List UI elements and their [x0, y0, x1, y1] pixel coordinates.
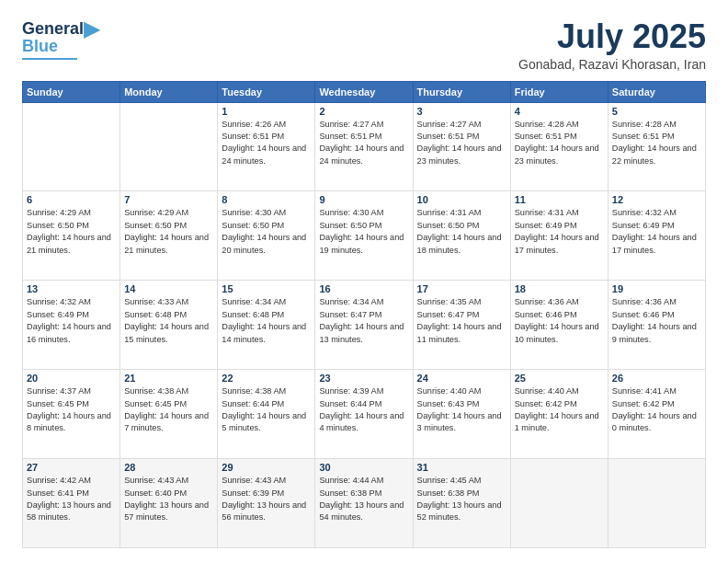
table-row: 3Sunrise: 4:27 AMSunset: 6:51 PMDaylight… [413, 102, 510, 191]
day-info: Sunrise: 4:31 AMSunset: 6:49 PMDaylight:… [515, 208, 599, 254]
col-thursday: Thursday [413, 81, 510, 102]
table-row: 11Sunrise: 4:31 AMSunset: 6:49 PMDayligh… [510, 191, 608, 281]
table-row: 9Sunrise: 4:30 AMSunset: 6:50 PMDaylight… [315, 191, 413, 281]
col-saturday: Saturday [608, 81, 705, 102]
day-info: Sunrise: 4:32 AMSunset: 6:49 PMDaylight:… [27, 297, 111, 343]
day-number: 23 [319, 373, 408, 384]
day-number: 5 [612, 106, 701, 117]
day-number: 24 [417, 373, 506, 384]
day-info: Sunrise: 4:41 AMSunset: 6:42 PMDaylight:… [612, 386, 697, 432]
col-friday: Friday [510, 81, 608, 102]
logo: General▶ Blue [22, 18, 99, 60]
day-number: 7 [124, 194, 213, 205]
day-number: 4 [515, 106, 604, 117]
table-row: 6Sunrise: 4:29 AMSunset: 6:50 PMDaylight… [23, 191, 120, 281]
day-number: 12 [612, 194, 701, 205]
day-info: Sunrise: 4:36 AMSunset: 6:46 PMDaylight:… [612, 297, 697, 343]
logo-blue: Blue [22, 37, 58, 56]
day-number: 19 [612, 283, 701, 294]
day-info: Sunrise: 4:45 AMSunset: 6:38 PMDaylight:… [417, 476, 502, 522]
header: General▶ Blue July 2025 Gonabad, Razavi … [22, 18, 706, 72]
table-row: 25Sunrise: 4:40 AMSunset: 6:42 PMDayligh… [510, 370, 608, 459]
day-number: 25 [515, 373, 604, 384]
calendar-week-row: 27Sunrise: 4:42 AMSunset: 6:41 PMDayligh… [23, 459, 706, 548]
main-title: July 2025 [518, 18, 706, 55]
table-row: 2Sunrise: 4:27 AMSunset: 6:51 PMDaylight… [315, 102, 413, 191]
day-number: 28 [124, 462, 213, 473]
day-number: 26 [612, 373, 701, 384]
subtitle: Gonabad, Razavi Khorasan, Iran [518, 57, 706, 72]
day-info: Sunrise: 4:30 AMSunset: 6:50 PMDaylight:… [319, 208, 404, 254]
table-row: 14Sunrise: 4:33 AMSunset: 6:48 PMDayligh… [120, 281, 218, 370]
day-number: 9 [319, 194, 408, 205]
col-wednesday: Wednesday [315, 81, 413, 102]
day-number: 31 [417, 462, 506, 473]
table-row: 13Sunrise: 4:32 AMSunset: 6:49 PMDayligh… [23, 281, 120, 370]
table-row: 28Sunrise: 4:43 AMSunset: 6:40 PMDayligh… [120, 459, 218, 548]
calendar-week-row: 6Sunrise: 4:29 AMSunset: 6:50 PMDaylight… [23, 191, 706, 281]
day-info: Sunrise: 4:27 AMSunset: 6:51 PMDaylight:… [417, 120, 502, 166]
day-number: 13 [27, 283, 116, 294]
day-info: Sunrise: 4:35 AMSunset: 6:47 PMDaylight:… [417, 297, 502, 343]
day-info: Sunrise: 4:34 AMSunset: 6:48 PMDaylight:… [222, 297, 306, 343]
day-info: Sunrise: 4:28 AMSunset: 6:51 PMDaylight:… [515, 120, 599, 166]
table-row: 5Sunrise: 4:28 AMSunset: 6:51 PMDaylight… [608, 102, 705, 191]
table-row: 12Sunrise: 4:32 AMSunset: 6:49 PMDayligh… [608, 191, 705, 281]
table-row: 26Sunrise: 4:41 AMSunset: 6:42 PMDayligh… [608, 370, 705, 459]
logo-line [22, 58, 77, 60]
day-number: 17 [417, 283, 506, 294]
col-sunday: Sunday [23, 81, 120, 102]
table-row: 7Sunrise: 4:29 AMSunset: 6:50 PMDaylight… [120, 191, 218, 281]
day-number: 15 [222, 283, 311, 294]
col-tuesday: Tuesday [218, 81, 315, 102]
day-info: Sunrise: 4:37 AMSunset: 6:45 PMDaylight:… [27, 386, 111, 432]
table-row [120, 102, 218, 191]
table-row [608, 459, 705, 548]
table-row [23, 102, 120, 191]
day-number: 30 [319, 462, 408, 473]
day-number: 2 [319, 106, 408, 117]
day-info: Sunrise: 4:43 AMSunset: 6:39 PMDaylight:… [222, 476, 306, 522]
day-info: Sunrise: 4:33 AMSunset: 6:48 PMDaylight:… [124, 297, 209, 343]
day-info: Sunrise: 4:39 AMSunset: 6:44 PMDaylight:… [319, 386, 404, 432]
day-info: Sunrise: 4:29 AMSunset: 6:50 PMDaylight:… [124, 208, 209, 254]
table-row [510, 459, 608, 548]
day-number: 6 [27, 194, 116, 205]
day-info: Sunrise: 4:36 AMSunset: 6:46 PMDaylight:… [515, 297, 599, 343]
day-number: 11 [515, 194, 604, 205]
day-number: 1 [222, 106, 311, 117]
col-monday: Monday [120, 81, 218, 102]
day-info: Sunrise: 4:34 AMSunset: 6:47 PMDaylight:… [319, 297, 404, 343]
day-info: Sunrise: 4:38 AMSunset: 6:44 PMDaylight:… [222, 386, 306, 432]
table-row: 31Sunrise: 4:45 AMSunset: 6:38 PMDayligh… [413, 459, 510, 548]
calendar-week-row: 20Sunrise: 4:37 AMSunset: 6:45 PMDayligh… [23, 370, 706, 459]
day-info: Sunrise: 4:43 AMSunset: 6:40 PMDaylight:… [124, 476, 209, 522]
day-number: 8 [222, 194, 311, 205]
day-number: 29 [222, 462, 311, 473]
day-number: 16 [319, 283, 408, 294]
calendar-table: Sunday Monday Tuesday Wednesday Thursday… [22, 81, 706, 548]
calendar-week-row: 1Sunrise: 4:26 AMSunset: 6:51 PMDaylight… [23, 102, 706, 191]
day-info: Sunrise: 4:26 AMSunset: 6:51 PMDaylight:… [222, 120, 306, 166]
day-info: Sunrise: 4:30 AMSunset: 6:50 PMDaylight:… [222, 208, 306, 254]
day-number: 10 [417, 194, 506, 205]
table-row: 18Sunrise: 4:36 AMSunset: 6:46 PMDayligh… [510, 281, 608, 370]
table-row: 29Sunrise: 4:43 AMSunset: 6:39 PMDayligh… [218, 459, 315, 548]
day-number: 3 [417, 106, 506, 117]
table-row: 30Sunrise: 4:44 AMSunset: 6:38 PMDayligh… [315, 459, 413, 548]
day-number: 20 [27, 373, 116, 384]
table-row: 16Sunrise: 4:34 AMSunset: 6:47 PMDayligh… [315, 281, 413, 370]
day-number: 18 [515, 283, 604, 294]
page: General▶ Blue July 2025 Gonabad, Razavi … [0, 0, 728, 563]
day-info: Sunrise: 4:40 AMSunset: 6:42 PMDaylight:… [515, 386, 599, 432]
table-row: 8Sunrise: 4:30 AMSunset: 6:50 PMDaylight… [218, 191, 315, 281]
table-row: 1Sunrise: 4:26 AMSunset: 6:51 PMDaylight… [218, 102, 315, 191]
day-info: Sunrise: 4:42 AMSunset: 6:41 PMDaylight:… [27, 476, 111, 522]
table-row: 20Sunrise: 4:37 AMSunset: 6:45 PMDayligh… [23, 370, 120, 459]
calendar-header-row: Sunday Monday Tuesday Wednesday Thursday… [23, 81, 706, 102]
day-number: 27 [27, 462, 116, 473]
table-row: 24Sunrise: 4:40 AMSunset: 6:43 PMDayligh… [413, 370, 510, 459]
table-row: 17Sunrise: 4:35 AMSunset: 6:47 PMDayligh… [413, 281, 510, 370]
day-info: Sunrise: 4:31 AMSunset: 6:50 PMDaylight:… [417, 208, 502, 254]
table-row: 10Sunrise: 4:31 AMSunset: 6:50 PMDayligh… [413, 191, 510, 281]
